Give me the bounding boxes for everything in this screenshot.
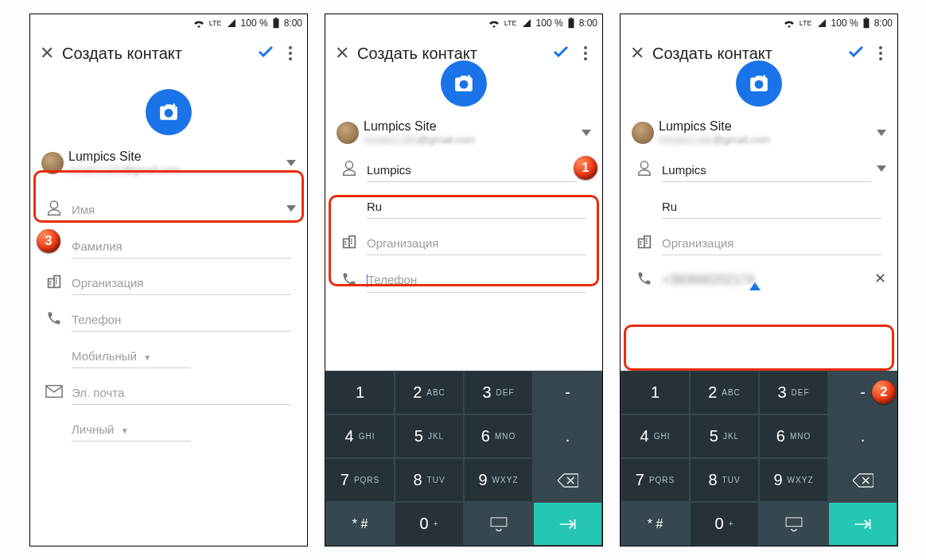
clock: 8:00	[874, 18, 893, 29]
email-type-select[interactable]: Личный ▼	[72, 414, 191, 441]
close-icon[interactable]: ✕	[335, 43, 349, 64]
phone-icon	[337, 271, 362, 287]
key-2[interactable]: 2ABC	[395, 371, 464, 414]
key-go[interactable]	[828, 502, 897, 546]
key-8[interactable]: 8TUV	[690, 458, 759, 502]
key-0[interactable]: 0+	[690, 502, 759, 546]
last-name-row: Ru	[621, 185, 897, 222]
add-photo-button[interactable]	[146, 89, 192, 135]
email-input[interactable]: Эл. почта	[72, 378, 291, 405]
key-4[interactable]: 4GHI	[621, 414, 690, 458]
svg-rect-14	[761, 76, 766, 78]
key-7[interactable]: 7PQRS	[325, 458, 395, 502]
key-hide[interactable]	[464, 502, 533, 546]
person-icon	[41, 200, 67, 217]
key-backspace[interactable]	[533, 458, 602, 502]
key-5[interactable]: 5JKL	[690, 414, 759, 458]
first-name-input[interactable]: Имя	[72, 195, 282, 222]
building-icon	[337, 233, 362, 251]
save-button[interactable]	[551, 42, 570, 64]
battery-icon	[567, 18, 575, 29]
overflow-menu-icon[interactable]	[578, 46, 593, 60]
chevron-down-icon	[582, 130, 591, 136]
phone-type-select[interactable]: Мобильный ▼	[72, 341, 191, 368]
save-button[interactable]	[846, 42, 866, 64]
person-icon	[337, 160, 362, 177]
key-1[interactable]: 1	[325, 371, 395, 414]
save-button[interactable]	[256, 42, 275, 64]
phone-input[interactable]: +380666202174	[662, 265, 870, 292]
contact-photo-wrap	[30, 89, 307, 135]
svg-rect-3	[170, 105, 176, 107]
company-input[interactable]: Организация	[367, 228, 586, 255]
close-icon[interactable]: ✕	[630, 43, 644, 64]
overflow-menu-icon[interactable]	[873, 46, 888, 60]
key-9[interactable]: 9WXYZ	[464, 458, 533, 502]
svg-rect-11	[863, 18, 869, 28]
battery-percent: 100 %	[241, 18, 268, 29]
key-hide[interactable]	[759, 502, 828, 546]
expand-name-icon[interactable]	[877, 165, 886, 172]
wifi-icon	[193, 18, 205, 28]
key-symbols[interactable]: * #	[621, 502, 690, 546]
account-selector[interactable]: Lumpics Site lumpics.site@gmail.com	[30, 143, 307, 179]
key-period[interactable]: .	[828, 414, 897, 458]
contact-photo-wrap	[325, 60, 602, 107]
phone-input[interactable]: Телефон	[72, 305, 291, 332]
step-badge-1: 1	[574, 156, 597, 180]
key-7[interactable]: 7PQRS	[621, 458, 690, 502]
last-name-input[interactable]: Ru	[662, 192, 881, 219]
key-6[interactable]: 6MNO	[759, 414, 828, 458]
company-input[interactable]: Организация	[662, 228, 881, 255]
account-avatar	[632, 122, 654, 144]
key-8[interactable]: 8TUV	[395, 458, 464, 502]
first-name-input[interactable]: Lumpics	[367, 155, 577, 182]
phone-value-blurred: +380666202174	[662, 273, 754, 286]
wifi-icon	[488, 18, 500, 28]
phone-input[interactable]: Телефон	[367, 265, 586, 293]
add-photo-button[interactable]	[736, 60, 782, 107]
clear-phone-icon[interactable]: ✕	[874, 270, 886, 287]
key-3[interactable]: 3DEF	[759, 371, 828, 414]
key-period[interactable]: .	[533, 414, 602, 458]
svg-rect-0	[273, 18, 278, 28]
key-dash[interactable]: -	[533, 371, 602, 414]
org-row: Организация	[325, 222, 602, 259]
key-6[interactable]: 6MNO	[464, 414, 533, 458]
key-symbols[interactable]: * #	[325, 502, 395, 546]
key-4[interactable]: 4GHI	[325, 414, 395, 458]
page-title: Создать контакт	[62, 45, 248, 63]
company-input[interactable]: Организация	[72, 268, 291, 295]
key-2[interactable]: 2ABC	[690, 371, 759, 414]
last-name-input[interactable]: Фамилия	[72, 231, 291, 259]
account-email: lumpics.site@gmail.com	[364, 134, 577, 146]
battery-percent: 100 %	[831, 18, 858, 29]
signal-icon	[226, 18, 237, 28]
overflow-menu-icon[interactable]	[283, 46, 298, 60]
close-icon[interactable]: ✕	[40, 43, 54, 64]
first-name-input[interactable]: Lumpics	[662, 155, 872, 182]
account-name: Lumpics Site	[659, 119, 872, 134]
account-selector[interactable]: Lumpics Site lumpics.site@gmail.com	[621, 113, 897, 149]
svg-rect-4	[46, 386, 62, 398]
last-name-input[interactable]: Ru	[367, 192, 586, 219]
page-title: Создать контакт	[652, 45, 838, 63]
account-avatar	[41, 152, 64, 174]
add-photo-button[interactable]	[441, 60, 487, 107]
key-backspace[interactable]	[828, 458, 897, 502]
account-selector[interactable]: Lumpics Site lumpics.site@gmail.com	[325, 113, 602, 149]
battery-icon	[272, 18, 280, 29]
org-row: Организация	[621, 222, 897, 259]
key-9[interactable]: 9WXYZ	[759, 458, 828, 502]
numeric-keypad: 1 2ABC 3DEF - 4GHI 5JKL 6MNO . 7PQRS 8TU…	[621, 371, 897, 546]
email-row: Эл. почта	[30, 371, 307, 408]
step-badge-2: 2	[872, 380, 896, 404]
key-3[interactable]: 3DEF	[464, 371, 533, 414]
battery-percent: 100 %	[536, 18, 563, 29]
account-avatar	[337, 122, 359, 144]
key-0[interactable]: 0+	[395, 502, 464, 546]
key-5[interactable]: 5JKL	[395, 414, 464, 458]
key-go[interactable]	[533, 502, 602, 546]
key-1[interactable]: 1	[621, 371, 690, 414]
expand-name-icon[interactable]	[286, 205, 296, 212]
